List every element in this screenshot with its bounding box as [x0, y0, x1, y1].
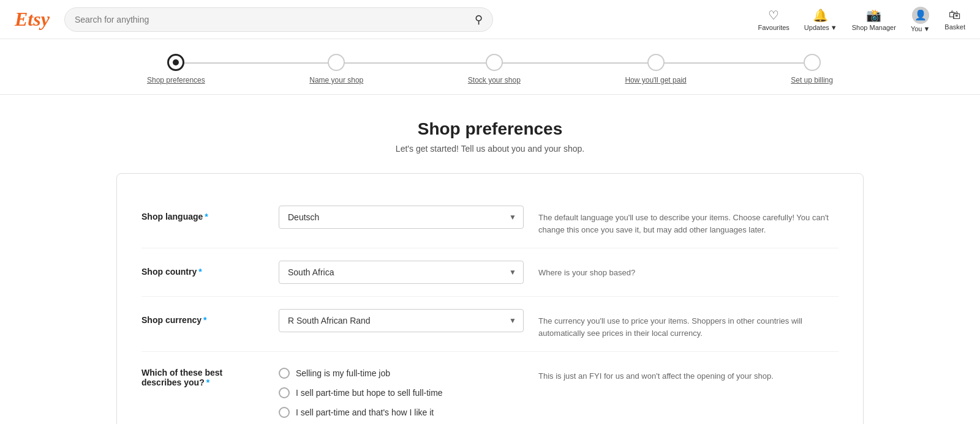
describes-input-col: Selling is my full-time job I sell part-… — [279, 364, 524, 424]
language-input-col: Deutsch English French Spanish ▼ — [279, 206, 524, 229]
radio-fulltime-label: Selling is my full-time job — [296, 368, 390, 378]
page-subtitle: Let's get started! Tell us about you and… — [76, 144, 904, 154]
currency-select[interactable]: R South African Rand USD US Dollar EUR E… — [279, 309, 524, 332]
describes-row: Which of these best describes you?* Sell… — [141, 352, 839, 424]
you-nav[interactable]: 👤 You ▼ — [911, 7, 930, 32]
currency-input-col: R South African Rand USD US Dollar EUR E… — [279, 309, 524, 332]
page-title: Shop preferences — [76, 119, 904, 139]
country-select-wrapper: South Africa United States United Kingdo… — [279, 261, 524, 284]
you-chevron-icon: ▼ — [923, 25, 930, 32]
radio-parttime-hope-label: I sell part-time but hope to sell full-t… — [296, 388, 443, 398]
currency-row: Shop currency* R South African Rand USD … — [141, 297, 839, 352]
language-label: Shop language* — [141, 206, 264, 221]
basket-label: Basket — [944, 23, 965, 31]
shop-manager-nav[interactable]: 📸 Shop Manager — [852, 8, 896, 31]
step-how-youll-get-paid[interactable]: How you'll get paid — [625, 54, 686, 84]
updates-nav[interactable]: 🔔 Updates ▼ — [804, 8, 837, 31]
describes-help: This is just an FYI for us and won't aff… — [538, 364, 839, 382]
radio-parttime-hope-input[interactable] — [279, 387, 290, 398]
favourites-label: Favourites — [758, 24, 790, 31]
step-name-your-shop[interactable]: Name your shop — [309, 54, 363, 84]
step-circle-2 — [328, 54, 345, 71]
shop-icon: 📸 — [866, 8, 881, 23]
search-input[interactable] — [75, 15, 470, 24]
language-help: The default language you'll use to descr… — [538, 206, 839, 236]
bell-icon: 🔔 — [813, 8, 828, 23]
updates-label: Updates ▼ — [804, 24, 837, 31]
step-label-3: Stock your shop — [468, 76, 521, 84]
shop-manager-label: Shop Manager — [852, 24, 896, 31]
step-circle-5 — [804, 54, 821, 71]
describes-required: * — [206, 378, 209, 387]
country-select[interactable]: South Africa United States United Kingdo… — [279, 261, 524, 284]
progress-section: Shop preferences Name your shop Stock yo… — [0, 39, 980, 95]
step-shop-preferences[interactable]: Shop preferences — [147, 54, 205, 84]
header-nav: ♡ Favourites 🔔 Updates ▼ 📸 Shop Manager … — [758, 7, 966, 32]
currency-label: Shop currency* — [141, 309, 264, 325]
step-label-2: Name your shop — [309, 76, 363, 84]
step-circle-1 — [167, 54, 184, 71]
country-help: Where is your shop based? — [538, 261, 839, 279]
step-stock-your-shop[interactable]: Stock your shop — [468, 54, 521, 84]
favourites-nav[interactable]: ♡ Favourites — [758, 8, 790, 31]
basket-icon: 🛍 — [949, 8, 961, 22]
radio-parttime-like-input[interactable] — [279, 407, 290, 418]
updates-chevron-icon: ▼ — [831, 24, 837, 31]
currency-help: The currency you'll use to price your it… — [538, 309, 839, 339]
heart-icon: ♡ — [768, 8, 779, 23]
etsy-logo[interactable]: Etsy — [15, 8, 50, 31]
country-label: Shop country* — [141, 261, 264, 277]
form-card: Shop language* Deutsch English French Sp… — [116, 173, 864, 424]
describes-radio-group: Selling is my full-time job I sell part-… — [279, 364, 524, 424]
search-bar[interactable]: ⚲ — [64, 7, 493, 32]
country-required: * — [198, 267, 202, 277]
language-select-wrapper: Deutsch English French Spanish ▼ — [279, 206, 524, 229]
radio-parttime-hope[interactable]: I sell part-time but hope to sell full-t… — [279, 387, 524, 398]
radio-parttime-like[interactable]: I sell part-time and that's how I like i… — [279, 407, 524, 418]
country-row: Shop country* South Africa United States… — [141, 248, 839, 297]
progress-track: Shop preferences Name your shop Stock yo… — [123, 54, 858, 84]
step-label-1: Shop preferences — [147, 76, 205, 84]
header: Etsy ⚲ ♡ Favourites 🔔 Updates ▼ 📸 Shop M… — [0, 0, 980, 39]
describes-label: Which of these best describes you?* — [141, 364, 264, 387]
main-content: Shop preferences Let's get started! Tell… — [61, 95, 919, 424]
radio-fulltime[interactable]: Selling is my full-time job — [279, 368, 524, 379]
step-circle-4 — [647, 54, 665, 71]
avatar: 👤 — [912, 7, 929, 24]
language-required: * — [205, 212, 208, 221]
search-icon: ⚲ — [475, 13, 483, 26]
progress-steps: Shop preferences Name your shop Stock yo… — [147, 54, 833, 84]
language-row: Shop language* Deutsch English French Sp… — [141, 193, 839, 248]
currency-required: * — [203, 315, 206, 325]
basket-nav[interactable]: 🛍 Basket — [944, 8, 965, 31]
language-select[interactable]: Deutsch English French Spanish — [279, 206, 524, 229]
step-circle-3 — [486, 54, 503, 71]
radio-parttime-like-label: I sell part-time and that's how I like i… — [296, 407, 434, 417]
step-set-up-billing[interactable]: Set up billing — [791, 54, 833, 84]
country-input-col: South Africa United States United Kingdo… — [279, 261, 524, 284]
radio-fulltime-input[interactable] — [279, 368, 290, 379]
step-label-4: How you'll get paid — [625, 76, 686, 84]
you-label: You ▼ — [911, 25, 930, 32]
currency-select-wrapper: R South African Rand USD US Dollar EUR E… — [279, 309, 524, 332]
step-label-5: Set up billing — [791, 76, 833, 84]
